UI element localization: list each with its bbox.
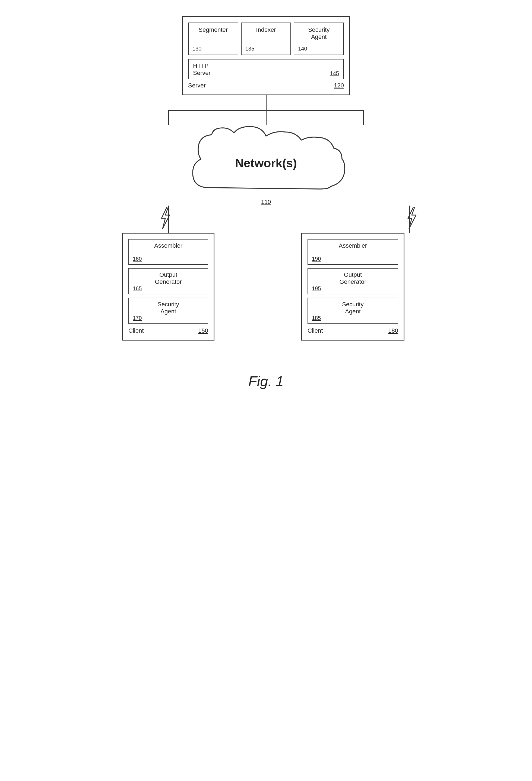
cloud-wrapper: Network(s) (182, 125, 350, 201)
right-output-gen-box: OutputGenerator 195 (308, 268, 398, 294)
indexer-label: Indexer (246, 26, 287, 33)
left-output-gen-box: OutputGenerator 165 (128, 268, 208, 294)
http-server-box: HTTPServer 145 (188, 59, 344, 79)
bottom-clients: Assembler 160 OutputGenerator 165 Securi… (122, 233, 410, 340)
center-down-wire (266, 110, 267, 125)
right-assembler-box: Assembler 190 (308, 239, 398, 265)
segmenter-label: Segmenter (192, 26, 234, 33)
diagram: Segmenter 130 Indexer 135 SecurityAgent … (122, 16, 410, 389)
indexer-number: 135 (246, 46, 254, 52)
left-assembler-label: Assembler (133, 242, 204, 249)
right-assembler-label: Assembler (312, 242, 394, 249)
right-client-label-row: Client 180 (308, 327, 398, 334)
segmenter-box: Segmenter 130 (188, 23, 238, 55)
left-assembler-box: Assembler 160 (128, 239, 208, 265)
left-output-gen-number: 165 (133, 285, 142, 292)
right-client-label: Client (308, 327, 323, 334)
left-security-agent-number: 170 (133, 315, 142, 321)
server-label-row: Server 120 (188, 82, 344, 89)
server-top-components: Segmenter 130 Indexer 135 SecurityAgent … (188, 23, 344, 55)
left-lightning (159, 207, 171, 230)
branch-connector (168, 110, 364, 125)
right-branch-wire (363, 110, 364, 125)
server-down-wire (266, 95, 267, 110)
right-client-col: Assembler 190 OutputGenerator 195 Securi… (296, 233, 410, 340)
server-security-agent-label: SecurityAgent (298, 26, 340, 40)
right-security-agent-number: 185 (312, 315, 321, 321)
right-assembler-number: 190 (312, 256, 321, 262)
right-lightning (405, 207, 417, 230)
server-section: Segmenter 130 Indexer 135 SecurityAgent … (122, 16, 410, 125)
left-security-agent-label: SecurityAgent (133, 301, 204, 315)
left-security-agent-box: SecurityAgent 170 (128, 298, 208, 324)
bottom-branch-wires (122, 206, 410, 233)
left-client-col: Assembler 160 OutputGenerator 165 Securi… (122, 233, 214, 340)
segmenter-number: 130 (192, 46, 202, 52)
left-client-label-row: Client 150 (128, 327, 208, 334)
indexer-box: Indexer 135 (241, 23, 291, 55)
server-number: 120 (334, 82, 344, 89)
right-security-agent-label: SecurityAgent (312, 301, 394, 315)
server-box: Segmenter 130 Indexer 135 SecurityAgent … (182, 16, 350, 95)
right-lightning-svg (405, 207, 417, 229)
left-client-box: Assembler 160 OutputGenerator 165 Securi… (122, 233, 214, 340)
left-lightning-svg (159, 207, 171, 229)
server-security-agent-box: SecurityAgent 140 (294, 23, 344, 55)
left-client-number: 150 (198, 327, 208, 334)
left-assembler-number: 160 (133, 256, 142, 262)
http-server-number: 145 (330, 70, 339, 77)
server-label: Server (188, 82, 206, 89)
http-server-label: HTTPServer (193, 63, 211, 77)
cloud-section: Network(s) 110 (122, 125, 410, 206)
left-client-label: Client (128, 327, 144, 334)
fig-label: Fig. 1 (248, 373, 284, 389)
right-client-box: Assembler 190 OutputGenerator 195 Securi… (301, 233, 404, 340)
fig-label-container: Fig. 1 (122, 357, 410, 389)
right-output-gen-label: OutputGenerator (312, 271, 394, 285)
network-label: Network(s) (235, 156, 297, 170)
right-security-agent-box: SecurityAgent 185 (308, 298, 398, 324)
left-output-gen-label: OutputGenerator (133, 271, 204, 285)
right-client-number: 180 (388, 327, 398, 334)
right-output-gen-number: 195 (312, 285, 321, 292)
left-branch-wire (168, 110, 169, 125)
server-security-agent-number: 140 (298, 46, 307, 52)
